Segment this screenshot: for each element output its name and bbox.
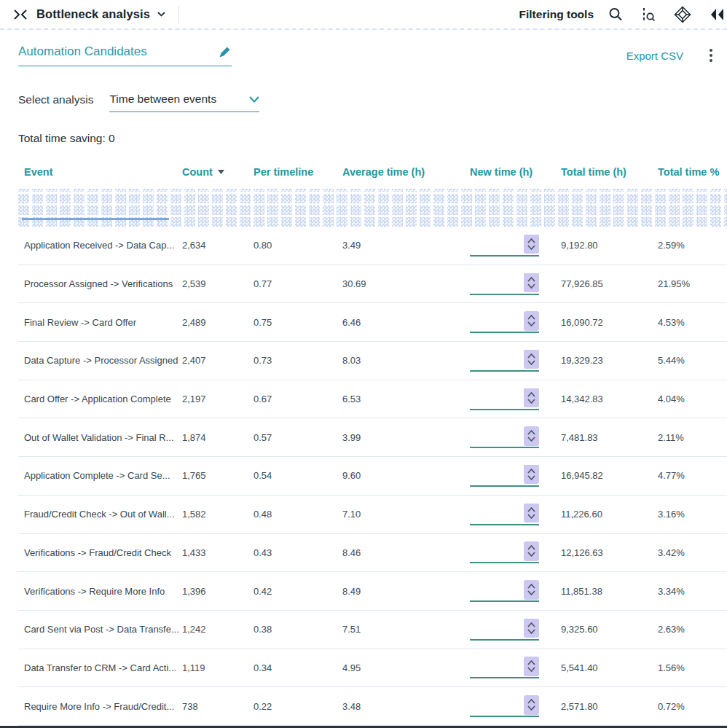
count-cell: 1,582 [182, 509, 254, 520]
new-time-cell [470, 273, 561, 295]
number-spinner[interactable] [524, 273, 539, 293]
new-time-cell [470, 541, 561, 563]
col-header-total-time[interactable]: Total time (h) [561, 166, 658, 178]
new-time-input[interactable] [470, 235, 539, 257]
event-cell: Data Capture -> Processor Assigned [24, 355, 182, 366]
more-options-kebab-icon[interactable] [705, 47, 717, 63]
count-cell: 1,119 [182, 662, 254, 673]
table-row: Require More Info -> Fraud/Credit... 738… [18, 687, 727, 726]
search-icon[interactable] [608, 7, 623, 22]
chevron-down-icon [157, 12, 165, 17]
number-spinner[interactable] [524, 504, 539, 523]
loading-skeleton-band [18, 189, 727, 227]
count-cell: 1,765 [182, 470, 254, 481]
filtering-tools-label: Filtering tools [519, 8, 594, 21]
col-header-count[interactable]: Count [182, 166, 254, 178]
number-spinner[interactable] [524, 619, 539, 638]
col-header-event[interactable]: Event [24, 166, 182, 178]
export-csv-button[interactable]: Export CSV [626, 50, 683, 62]
number-spinner[interactable] [524, 311, 539, 331]
col-header-new-time[interactable]: New time (h) [470, 166, 561, 178]
number-spinner[interactable] [524, 235, 539, 254]
number-spinner[interactable] [524, 388, 539, 408]
table-row: Data Capture -> Processor Assigned 2,407… [18, 342, 727, 380]
average-time-cell: 30.69 [342, 278, 470, 289]
new-time-cell [470, 504, 561, 525]
number-spinner[interactable] [524, 541, 539, 561]
per-timeline-cell: 0.38 [254, 624, 342, 635]
event-cell: Final Review -> Card Offer [24, 317, 182, 328]
total-time-pct-cell: 3.16% [658, 509, 727, 520]
new-time-input[interactable] [470, 311, 539, 333]
per-timeline-cell: 0.77 [254, 278, 342, 289]
table-row: Card Offer -> Application Complete 2,197… [18, 380, 727, 419]
average-time-cell: 3.48 [342, 701, 470, 712]
col-header-average-time[interactable]: Average time (h) [342, 166, 470, 178]
number-spinner[interactable] [524, 465, 539, 485]
average-time-cell: 8.46 [342, 547, 470, 558]
per-timeline-cell: 0.73 [254, 355, 342, 366]
table-row: Data Transfer to CRM -> Card Acti... 1,1… [18, 649, 727, 688]
col-header-per-timeline[interactable]: Per timeline [254, 166, 342, 178]
sort-desc-icon [218, 170, 224, 174]
analysis-title-dropdown[interactable]: Bottleneck analysis [36, 7, 165, 21]
new-time-cell [470, 426, 561, 448]
new-time-cell [470, 235, 561, 257]
new-time-input[interactable] [470, 465, 539, 487]
average-time-cell: 3.49 [342, 240, 470, 251]
table-row: Verifications -> Require More Info 1,396… [18, 572, 727, 611]
total-time-pct-cell: 5.44% [658, 355, 727, 366]
average-time-cell: 8.03 [342, 355, 470, 366]
number-spinner[interactable] [524, 580, 539, 600]
total-time-pct-cell: 4.04% [658, 394, 727, 404]
total-time-cell: 11,226.60 [561, 509, 658, 520]
total-time-cell: 9,192.80 [561, 240, 658, 251]
count-cell: 2,489 [182, 317, 254, 328]
collapse-panels-icon[interactable] [13, 8, 28, 21]
count-cell: 1,874 [182, 432, 254, 443]
total-time-cell: 5,541.40 [561, 662, 658, 673]
total-time-cell: 9,325.60 [561, 624, 658, 635]
total-time-cell: 16,090.72 [561, 317, 658, 328]
new-time-input[interactable] [470, 695, 539, 717]
trace-search-icon[interactable] [640, 7, 656, 23]
data-cube-icon[interactable] [674, 6, 691, 23]
number-spinner[interactable] [524, 695, 539, 715]
new-time-input[interactable] [470, 657, 539, 678]
double-chevron-left-icon[interactable] [709, 7, 725, 22]
new-time-input[interactable] [470, 541, 539, 563]
event-cell: Card Offer -> Application Complete [24, 394, 182, 404]
page-title-field[interactable]: Automation Candidates [18, 44, 232, 66]
number-spinner[interactable] [524, 657, 539, 676]
event-cell: Verifications -> Require More Info [24, 586, 182, 597]
total-time-saving: Total time saving: 0 [18, 132, 727, 145]
event-cell: Processor Assigned -> Verifications [24, 278, 182, 289]
per-timeline-cell: 0.80 [254, 240, 342, 251]
event-cell: Application Complete -> Card Se... [24, 470, 182, 481]
new-time-cell [470, 695, 561, 717]
new-time-input[interactable] [470, 580, 539, 602]
average-time-cell: 8.49 [342, 586, 470, 597]
total-time-pct-cell: 2.63% [658, 624, 727, 635]
new-time-input[interactable] [470, 619, 539, 641]
number-spinner[interactable] [524, 350, 539, 369]
total-time-pct-cell: 4.53% [658, 317, 727, 328]
number-spinner[interactable] [524, 426, 539, 446]
total-time-cell: 19,329.23 [561, 355, 658, 366]
new-time-input[interactable] [470, 350, 539, 372]
table-body: Application Received -> Data Cap... 2,63… [18, 227, 727, 726]
new-time-input[interactable] [470, 504, 539, 525]
count-cell: 2,539 [182, 278, 254, 289]
new-time-input[interactable] [470, 273, 539, 295]
event-cell: Application Received -> Data Cap... [24, 240, 182, 251]
analysis-type-dropdown[interactable]: Time between events [109, 93, 259, 112]
main-content: Automation Candidates Export CSV Select … [0, 44, 727, 726]
event-cell: Card Sent via Post -> Data Transfe... [24, 624, 182, 635]
edit-pencil-icon[interactable] [218, 45, 232, 59]
new-time-input[interactable] [470, 426, 539, 448]
col-header-total-time-pct[interactable]: Total time % [658, 166, 727, 178]
table-row: Processor Assigned -> Verifications 2,53… [18, 265, 727, 304]
total-time-cell: 11,851.38 [561, 586, 658, 597]
count-cell: 1,396 [182, 586, 254, 597]
new-time-input[interactable] [470, 388, 539, 410]
